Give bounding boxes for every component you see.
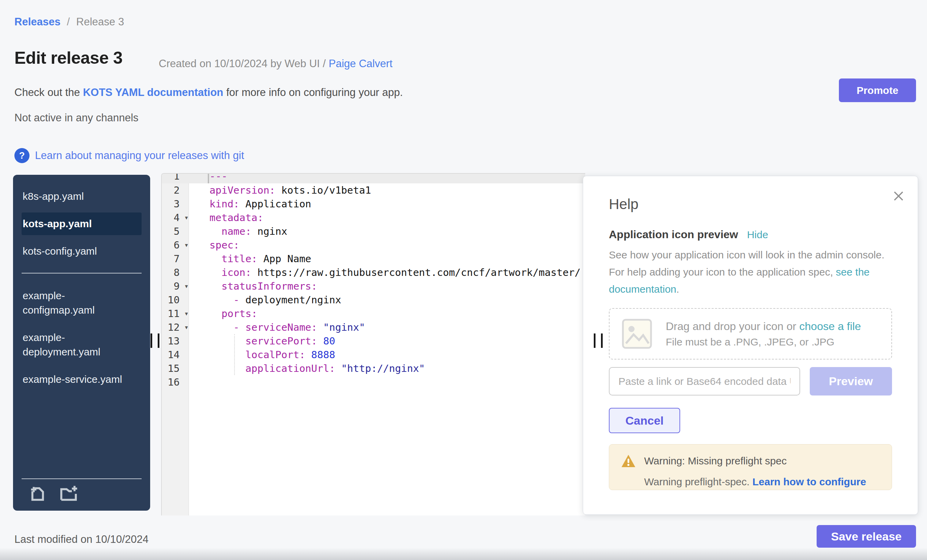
cancel-button[interactable]: Cancel [609,408,680,433]
code-line-13[interactable]: 13 servicePort: 80 [162,334,585,348]
image-placeholder-icon [621,318,653,349]
warning-triangle-icon [621,454,636,468]
author-link[interactable]: Paige Calvert [329,58,392,70]
line-number: 4▾ [162,211,188,225]
code-text: spec: [210,238,239,252]
code-text: localPort: 8888 [210,348,335,361]
icon-dropzone[interactable]: Drag and drop your icon or choose a file… [609,308,892,360]
line-number: 13 [162,334,188,348]
help-panel-title: Help [609,196,892,212]
line-number: 9▾ [162,279,188,293]
sidebar-item-example-configmap.yaml[interactable]: example-configmap.yaml [21,284,141,322]
sidebar-item-k8s-app.yaml[interactable]: k8s-app.yaml [21,185,141,208]
warning-configure-link[interactable]: Learn how to configure [752,476,866,487]
description-suffix: . [676,284,679,295]
preview-button[interactable]: Preview [810,367,892,396]
dropzone-text: Drag and drop your icon or choose a file [666,320,861,333]
page-title: Edit release 3 [14,48,122,68]
close-icon[interactable] [892,189,906,203]
code-text: apiVersion: kots.io/v1beta1 [210,184,371,197]
line-number: 16 [162,375,188,389]
code-line-9[interactable]: 9▾ statusInformers: [162,279,585,293]
sidebar-actions [13,478,150,511]
code-text: title: App Name [210,252,311,266]
fold-toggle-icon[interactable]: ▾ [185,211,188,225]
code-line-15[interactable]: 15 applicationUrl: "http://nginx" [162,361,585,375]
code-line-8[interactable]: 8 icon: https://raw.githubusercontent.co… [162,266,585,279]
preflight-warning-box: Warning: Missing preflight spec Warning … [609,444,892,490]
line-number: 15 [162,361,188,375]
code-line-12[interactable]: 12▾ - serviceName: "nginx" [162,320,585,334]
fold-toggle-icon[interactable]: ▾ [185,321,188,334]
git-help-row: ? Learn about managing your releases wit… [14,148,244,163]
line-number: 3 [162,197,188,211]
doc-hint-prefix: Check out the [14,87,80,99]
icon-preview-title: Application icon preview [609,228,738,241]
sidebar-item-example-deployment.yaml[interactable]: example-deployment.yaml [21,326,141,363]
line-number: 10 [162,293,188,307]
breadcrumb-releases-link[interactable]: Releases [14,16,60,28]
promote-button[interactable]: Promote [839,79,916,102]
file-list: k8s-app.yamlkots-app.yamlkots-config.yam… [13,185,150,391]
kots-yaml-doc-link[interactable]: KOTS YAML documentation [83,87,223,99]
fold-toggle-icon[interactable]: ▾ [185,307,188,321]
line-number: 14 [162,348,188,361]
code-text: - deployment/nginx [210,293,341,307]
fold-toggle-icon[interactable]: ▾ [185,280,188,293]
doc-hint-suffix: for more info on configuring your app. [226,87,403,99]
code-line-11[interactable]: 11▾ ports: [162,307,585,320]
line-number: 11▾ [162,307,188,320]
line-number: 2 [162,184,188,197]
channel-status: Not active in any channels [14,112,138,124]
code-text: applicationUrl: "http://nginx" [210,361,425,375]
code-line-2[interactable]: 2apiVersion: kots.io/v1beta1 [162,184,585,197]
code-line-14[interactable]: 14 localPort: 8888 [162,348,585,361]
sidebar-item-kots-config.yaml[interactable]: kots-config.yaml [21,240,141,263]
code-line-10[interactable]: 10 - deployment/nginx [162,293,585,307]
sidebar-resize-handle[interactable] [150,334,160,348]
warning-body-text: Warning preflight-spec. [644,476,749,487]
code-text: - serviceName: "nginx" [210,320,365,334]
code-text: statusInformers: [210,279,317,293]
doc-hint-line: Check out the KOTS YAML documentation fo… [14,87,403,99]
hide-link[interactable]: Hide [747,229,768,241]
created-line: Created on 10/10/2024 by Web UI / Paige … [159,58,392,70]
release-editor-page: Releases / Release 3 Edit release 3 Crea… [0,0,927,560]
help-panel: Help Application icon preview Hide See h… [583,176,918,515]
new-folder-icon[interactable] [59,485,79,502]
line-number: 7 [162,252,188,266]
code-line-16[interactable]: 16 [162,375,585,389]
save-release-button[interactable]: Save release [817,525,916,548]
choose-file-link[interactable]: choose a file [799,320,861,332]
breadcrumb-current: Release 3 [76,16,124,28]
line-number: 6▾ [162,238,188,252]
sidebar-item-example-service.yaml[interactable]: example-service.yaml [21,368,141,391]
code-line-6[interactable]: 6▾spec: [162,238,585,252]
code-line-1[interactable]: 1--- [162,174,585,184]
code-line-3[interactable]: 3kind: Application [162,197,585,211]
icon-url-input[interactable] [609,367,800,396]
dropzone-hint: File must be a .PNG, .JPEG, or .JPG [666,336,861,348]
file-sidebar: k8s-app.yamlkots-app.yamlkots-config.yam… [13,175,150,511]
code-text: name: nginx [210,225,287,238]
yaml-editor[interactable]: 1---2apiVersion: kots.io/v1beta13kind: A… [161,173,585,516]
code-text: servicePort: 80 [210,334,335,348]
fold-toggle-icon[interactable]: ▾ [185,238,188,252]
last-modified-text: Last modified on 10/10/2024 [14,533,149,546]
code-text: kind: Application [210,197,311,211]
code-line-5[interactable]: 5 name: nginx [162,225,585,238]
line-number: 8 [162,266,188,279]
icon-preview-section-header: Application icon preview Hide [609,228,892,241]
line-number: 12▾ [162,320,188,334]
code-line-4[interactable]: 4▾metadata: [162,211,585,225]
sidebar-divider [21,273,141,273]
new-file-icon[interactable] [28,485,46,502]
git-help-link[interactable]: Learn about managing your releases with … [35,149,244,162]
breadcrumb: Releases / Release 3 [14,16,124,28]
sidebar-bottom-divider [21,478,141,479]
warning-title: Warning: Missing preflight spec [644,455,787,467]
sidebar-item-kots-app.yaml[interactable]: kots-app.yaml [21,212,141,235]
editor-resize-handle[interactable] [594,334,603,348]
code-line-7[interactable]: 7 title: App Name [162,252,585,266]
line-number: 5 [162,225,188,238]
